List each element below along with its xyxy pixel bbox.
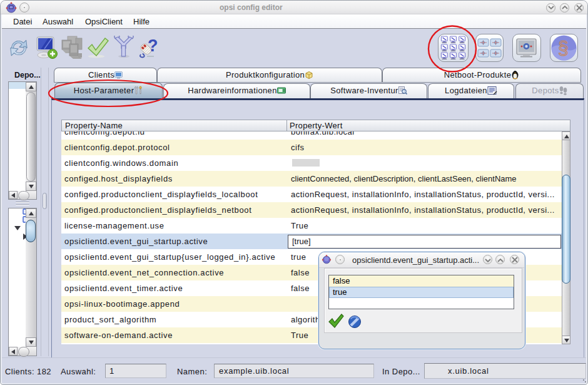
- svg-text:?: ?: [148, 37, 158, 55]
- svg-text:§: §: [558, 38, 569, 58]
